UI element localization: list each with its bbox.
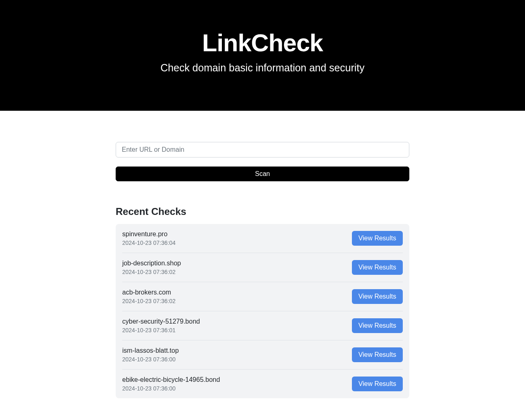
recent-check-info: job-description.shop 2024-10-23 07:36:02: [122, 260, 181, 275]
recent-check-timestamp: 2024-10-23 07:36:04: [122, 240, 176, 246]
recent-check-timestamp: 2024-10-23 07:36:02: [122, 298, 176, 304]
recent-check-timestamp: 2024-10-23 07:36:02: [122, 269, 181, 275]
recent-checks-card: spinventure.pro 2024-10-23 07:36:04 View…: [116, 224, 409, 398]
recent-check-row: ism-lassos-blatt.top 2024-10-23 07:36:00…: [122, 340, 403, 370]
recent-check-domain: spinventure.pro: [122, 231, 176, 238]
scan-button[interactable]: Scan: [116, 167, 409, 181]
recent-check-row: job-description.shop 2024-10-23 07:36:02…: [122, 253, 403, 282]
recent-check-row: spinventure.pro 2024-10-23 07:36:04 View…: [122, 224, 403, 253]
recent-check-info: ism-lassos-blatt.top 2024-10-23 07:36:00: [122, 347, 179, 363]
recent-check-row: ebike-electric-bicycle-14965.bond 2024-1…: [122, 370, 403, 398]
view-results-button[interactable]: View Results: [352, 260, 403, 275]
recent-check-info: spinventure.pro 2024-10-23 07:36:04: [122, 231, 176, 246]
recent-check-domain: job-description.shop: [122, 260, 181, 267]
recent-check-timestamp: 2024-10-23 07:36:00: [122, 385, 220, 392]
recent-check-info: acb-brokers.com 2024-10-23 07:36:02: [122, 289, 176, 304]
hero-banner: LinkCheck Check domain basic information…: [0, 0, 525, 111]
recent-check-info: ebike-electric-bicycle-14965.bond 2024-1…: [122, 376, 220, 392]
recent-check-info: cyber-security-51279.bond 2024-10-23 07:…: [122, 318, 200, 333]
recent-check-domain: acb-brokers.com: [122, 289, 176, 296]
recent-check-row: acb-brokers.com 2024-10-23 07:36:02 View…: [122, 282, 403, 311]
recent-check-timestamp: 2024-10-23 07:36:00: [122, 356, 179, 363]
recent-checks-heading: Recent Checks: [116, 206, 409, 217]
view-results-button[interactable]: View Results: [352, 347, 403, 362]
recent-check-domain: ebike-electric-bicycle-14965.bond: [122, 376, 220, 383]
recent-check-row: cyber-security-51279.bond 2024-10-23 07:…: [122, 311, 403, 340]
recent-check-domain: cyber-security-51279.bond: [122, 318, 200, 325]
recent-check-domain: ism-lassos-blatt.top: [122, 347, 179, 354]
view-results-button[interactable]: View Results: [352, 289, 403, 304]
page-subtitle: Check domain basic information and secur…: [8, 62, 517, 74]
recent-check-timestamp: 2024-10-23 07:36:01: [122, 327, 200, 333]
view-results-button[interactable]: View Results: [352, 318, 403, 333]
view-results-button[interactable]: View Results: [352, 377, 403, 391]
url-input[interactable]: [116, 142, 409, 158]
view-results-button[interactable]: View Results: [352, 231, 403, 246]
search-section: Scan: [116, 142, 409, 181]
page-title: LinkCheck: [8, 29, 517, 57]
